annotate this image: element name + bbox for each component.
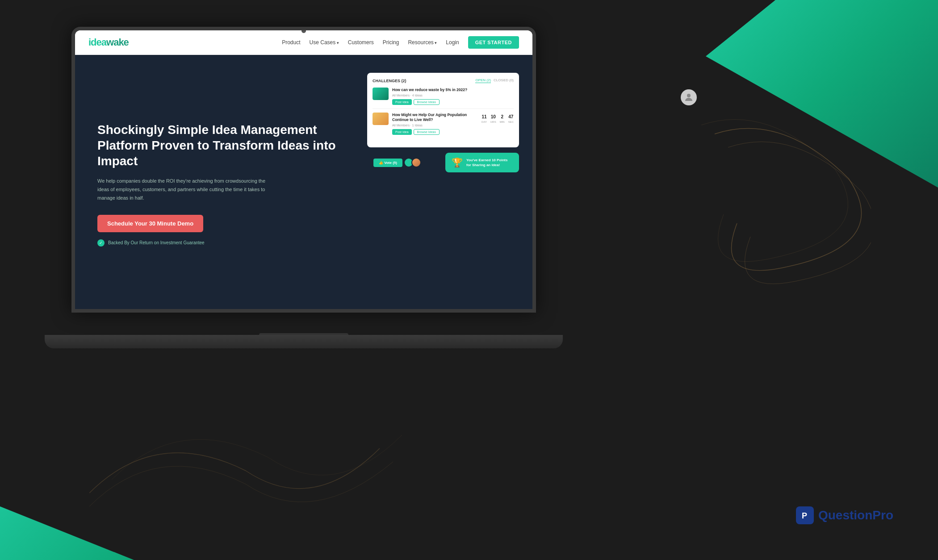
nav-login[interactable]: Login (446, 39, 459, 46)
browse-ideas-btn-1[interactable]: Browse Ideas (414, 99, 440, 105)
countdown-secs-label: SEC (508, 121, 514, 123)
tab-open[interactable]: OPEN (2) (475, 78, 491, 83)
countdown: 11 DAY 10 HRS 2 MIN (482, 114, 514, 124)
trophy-icon: 🏆 (452, 157, 463, 168)
countdown-hours-num: 10 (490, 114, 496, 119)
roi-check-icon: ✓ (97, 239, 105, 247)
challenge-content-1: How can we reduce waste by 5% in 2022? A… (392, 88, 467, 105)
hero-right-content: CHALLENGES (2) OPEN (2) CLOSED (0) (367, 73, 519, 296)
post-idea-btn-2[interactable]: Post Idea (392, 129, 412, 135)
vote-avatars (406, 158, 421, 167)
hero-section: Shockingly Simple Idea Management Platfo… (75, 55, 532, 309)
challenge-title-1: How can we reduce waste by 5% in 2022? (392, 88, 467, 92)
logo-text-idea: idea (88, 37, 106, 48)
vote-card: 👍 Vote (5) (367, 153, 441, 172)
hero-description: We help companies double the ROI they're… (97, 177, 267, 202)
challenge-btn-group-1: Post Idea Browse Ideas (392, 99, 467, 105)
challenge-title-2: How Might we Help Our Aging Population C… (392, 113, 478, 122)
challenge-content-2: How Might we Help Our Aging Population C… (392, 113, 478, 135)
svg-text:P: P (802, 511, 807, 520)
hero-left-content: Shockingly Simple Idea Management Platfo… (97, 73, 354, 296)
countdown-mins-label: MIN (500, 121, 505, 123)
laptop-camera (302, 29, 306, 33)
countdown-hours: 10 HRS (490, 114, 496, 124)
website-content: ideawake Product Use Cases Customers Pri… (75, 30, 532, 309)
nav-resources[interactable]: Resources (408, 39, 437, 46)
challenge-image-2 (373, 113, 389, 125)
site-navbar: ideawake Product Use Cases Customers Pri… (75, 30, 532, 55)
nav-pricing[interactable]: Pricing (383, 39, 399, 46)
get-started-button[interactable]: GET STARTED (468, 36, 519, 49)
countdown-days-num: 11 (482, 114, 487, 119)
points-text: You've Earned 10 Points for Sharing an I… (466, 158, 513, 167)
browse-ideas-btn-2[interactable]: Browse Ideas (414, 129, 440, 135)
nav-product[interactable]: Product (282, 39, 300, 46)
laptop-device: ideawake Product Use Cases Customers Pri… (71, 27, 536, 348)
countdown-days-label: DAY (482, 121, 487, 123)
site-logo: ideawake (88, 37, 129, 48)
nav-customers[interactable]: Customers (348, 39, 374, 46)
challenge-item-2: How Might we Help Our Aging Population C… (373, 113, 514, 138)
avatar-2 (411, 158, 421, 167)
nav-links: Product Use Cases Customers Pricing Reso… (282, 36, 519, 49)
hero-title: Shockingly Simple Idea Management Platfo… (97, 122, 354, 169)
challenges-label: CHALLENGES (2) (373, 79, 406, 83)
qp-brand-name: QuestionPro (818, 508, 893, 522)
countdown-mins-num: 2 (500, 114, 505, 119)
post-idea-btn-1[interactable]: Post Idea (392, 99, 412, 105)
user-avatar-corner (681, 89, 697, 105)
countdown-secs: 47 SEC (508, 114, 514, 124)
points-card: 🏆 You've Earned 10 Points for Sharing an… (445, 153, 519, 172)
challenge-item-1: How can we reduce waste by 5% in 2022? A… (373, 88, 514, 109)
decorative-swirl-bottom (89, 404, 402, 538)
tab-closed[interactable]: CLOSED (0) (494, 78, 514, 83)
challenge-meta-2: All Members · 1 Ideas (392, 124, 478, 127)
qp-icon: P (796, 506, 814, 524)
laptop-screen: ideawake Product Use Cases Customers Pri… (71, 27, 536, 313)
challenge-meta-1: All Members · 4 Ideas (392, 94, 467, 97)
svg-point-0 (687, 94, 691, 97)
countdown-mins: 2 MIN (500, 114, 505, 124)
challenge-image-1 (373, 88, 389, 100)
logo-text-wake: wake (106, 37, 129, 48)
roi-guarantee: ✓ Backed By Our Return on Investment Gua… (97, 239, 354, 247)
countdown-hours-label: HRS (490, 121, 496, 123)
tab-group: OPEN (2) CLOSED (0) (475, 78, 514, 83)
demo-button[interactable]: Schedule Your 30 Minute Demo (97, 215, 203, 232)
guarantee-text: Backed By Our Return on Investment Guara… (108, 240, 205, 245)
decorative-swirl-right (692, 89, 871, 313)
questionpro-branding: P QuestionPro (796, 506, 893, 524)
challenge-btn-group-2: Post Idea Browse Ideas (392, 129, 478, 135)
countdown-secs-num: 47 (508, 114, 514, 119)
laptop-base (45, 335, 563, 348)
background: ideawake Product Use Cases Customers Pri… (0, 0, 938, 560)
card-header: CHALLENGES (2) OPEN (2) CLOSED (0) (373, 78, 514, 83)
nav-use-cases[interactable]: Use Cases (310, 39, 339, 46)
countdown-days: 11 DAY (482, 114, 487, 124)
challenges-card: CHALLENGES (2) OPEN (2) CLOSED (0) (367, 73, 519, 147)
bottom-action-row: 👍 Vote (5) 🏆 You've Earned 10 Points for… (367, 153, 519, 172)
vote-button[interactable]: 👍 Vote (5) (373, 159, 402, 167)
